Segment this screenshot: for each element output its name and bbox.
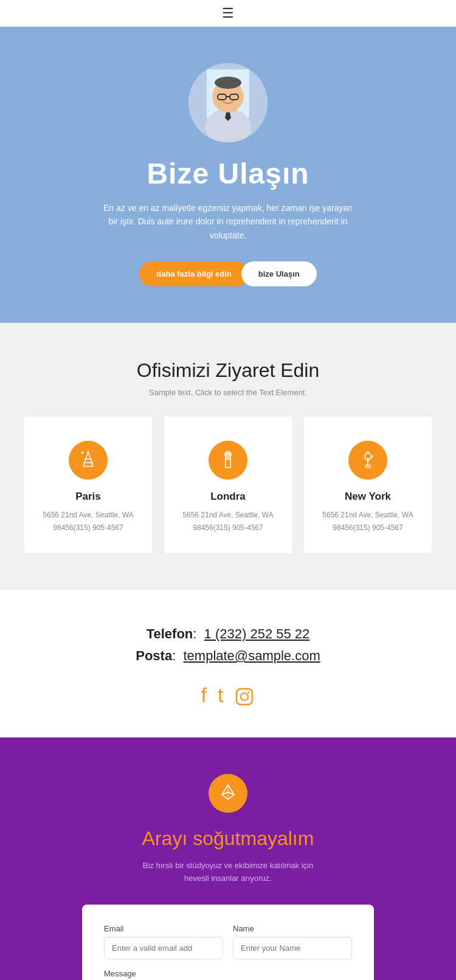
hero-buttons: daha fazla bilgi edin bize Ulaşın [139, 261, 316, 286]
email-line: Posta: template@sample.com [24, 648, 432, 664]
paris-address: 5656 21nd Ave, Seattle, WA 98456(315) 90… [39, 509, 137, 534]
londra-city: Londra [179, 491, 277, 503]
svg-rect-15 [226, 454, 230, 468]
contact-info-section: Telefon: 1 (232) 252 55 22 Posta: templa… [0, 590, 456, 737]
office-section: Ofisimizi Ziyaret Edin Sample text. Clic… [0, 323, 456, 590]
newyork-city: New York [319, 491, 417, 503]
paris-icon [69, 441, 108, 480]
hero-section: Bize Ulaşın En az ve en az maliyetle egz… [0, 27, 456, 323]
phone-link[interactable]: 1 (232) 252 55 22 [204, 626, 310, 641]
email-group: Email [104, 924, 223, 959]
contact-form: Email Name Message Göndermek [82, 905, 374, 980]
hero-title: Bize Ulaşın [147, 157, 309, 190]
office-card-newyork: New York 5656 21nd Ave, Seattle, WA 9845… [304, 416, 432, 553]
twitter-icon[interactable]: t [218, 683, 223, 707]
svg-point-5 [215, 77, 241, 89]
office-card-londra: Londra 5656 21nd Ave, Seattle, WA 98456(… [164, 416, 292, 553]
newyork-address: 5656 21nd Ave, Seattle, WA 98456(315) 90… [319, 509, 417, 534]
instagram-icon[interactable] [234, 683, 255, 707]
svg-rect-32 [237, 689, 252, 705]
office-cards: Paris 5656 21nd Ave, Seattle, WA 98456(3… [24, 416, 432, 553]
hamburger-icon[interactable]: ☰ [222, 5, 234, 21]
name-form-label: Name [233, 924, 352, 933]
message-group: Message [104, 969, 352, 980]
email-input[interactable] [104, 937, 223, 959]
avatar [188, 63, 268, 142]
office-card-paris: Paris 5656 21nd Ave, Seattle, WA 98456(3… [24, 416, 152, 553]
message-form-label: Message [104, 969, 352, 978]
svg-point-33 [241, 693, 248, 700]
cta-description: Biz hırslı bir stüdyoyuz ve ekibimize ka… [131, 860, 325, 885]
name-input[interactable] [233, 937, 352, 959]
cta-logo [209, 774, 247, 813]
cta-section: Arayı soğutmayalım Biz hırslı bir stüdyo… [0, 737, 456, 980]
newyork-icon [348, 441, 387, 480]
londra-address: 5656 21nd Ave, Seattle, WA 98456(315) 90… [179, 509, 277, 534]
office-title: Ofisimizi Ziyaret Edin [24, 359, 432, 382]
hero-description: En az ve en az maliyetle egzersiz yapmak… [100, 201, 356, 242]
phone-label: Telefon [147, 626, 193, 641]
email-link[interactable]: template@sample.com [183, 648, 320, 663]
form-row-top: Email Name [104, 924, 352, 959]
svg-point-34 [248, 691, 250, 693]
email-label: Posta [136, 648, 172, 663]
london-icon [209, 441, 247, 480]
contact-button[interactable]: bize Ulaşın [241, 261, 317, 286]
office-subtitle: Sample text. Click to select the Text El… [24, 388, 432, 397]
facebook-icon[interactable]: f [201, 683, 207, 707]
phone-line: Telefon: 1 (232) 252 55 22 [24, 626, 432, 642]
navbar: ☰ [0, 0, 456, 27]
more-info-button[interactable]: daha fazla bilgi edin [139, 261, 249, 286]
social-icons: f t [24, 683, 432, 707]
paris-city: Paris [39, 491, 137, 503]
name-group: Name [233, 924, 352, 959]
email-form-label: Email [104, 924, 223, 933]
cta-title: Arayı soğutmayalım [142, 827, 314, 850]
